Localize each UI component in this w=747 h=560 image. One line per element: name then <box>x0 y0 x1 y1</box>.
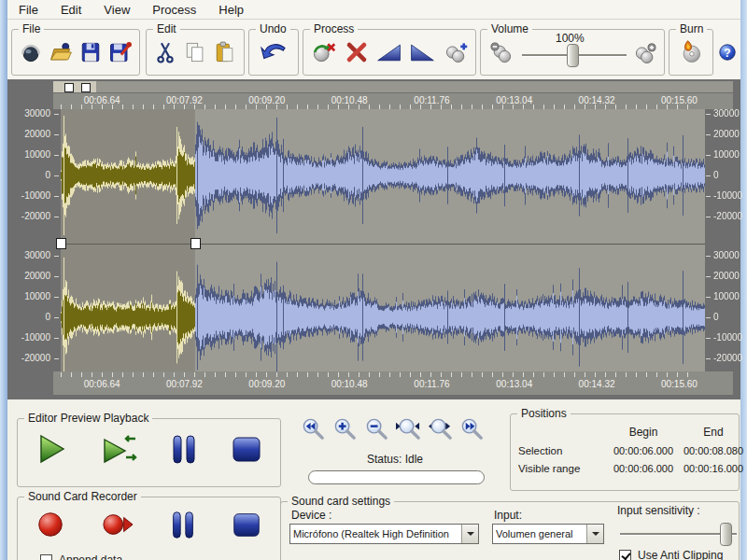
amplitude-tick-label: 20000 <box>11 129 50 140</box>
save-file-button[interactable] <box>76 35 106 70</box>
zoom-first-button[interactable] <box>299 416 328 441</box>
time-ruler-top[interactable]: 00:06.6400:07.9200:09.2000:10.4800:11.76… <box>53 93 733 109</box>
selection-handle-end[interactable] <box>190 238 201 249</box>
amplitude-tick-label: -10000 <box>11 332 50 343</box>
amplitude-tick-mark <box>706 297 711 298</box>
positions-title: Positions <box>517 407 571 420</box>
amplitude-tick-mark <box>54 155 59 156</box>
record-button[interactable] <box>35 509 66 540</box>
volume-up-button[interactable] <box>628 35 662 71</box>
append-data-checkbox[interactable] <box>40 554 52 560</box>
zoom-in-button[interactable] <box>331 416 359 441</box>
time-label: 00:11.76 <box>405 95 458 105</box>
toolbar: File <box>7 20 740 79</box>
stop-icon <box>230 432 263 466</box>
preview-play-button[interactable] <box>35 432 68 466</box>
anti-clipping-checkbox[interactable] <box>619 550 631 560</box>
overview-handle-right[interactable] <box>81 83 91 92</box>
save-icon <box>78 39 104 65</box>
zoom-full-icon <box>426 417 455 441</box>
help-button[interactable]: ? <box>713 38 741 66</box>
reprocess-cancel-icon <box>310 39 336 65</box>
zoom-out-icon <box>363 417 390 441</box>
device-select[interactable]: Micrófono (Realtek High Definition <box>289 524 479 544</box>
copy-button[interactable] <box>180 35 210 70</box>
volume-down-icon <box>488 40 514 66</box>
append-data-checkbox-row[interactable]: Append data <box>40 553 122 560</box>
fade-in-button[interactable] <box>374 35 405 70</box>
zoom-toolbar <box>299 416 486 441</box>
amplitude-tick-label: 30000 <box>11 108 50 119</box>
toolbar-group-volume: Volume 100% <box>480 29 665 76</box>
begin-header: Begin <box>604 426 683 439</box>
selection-handle-start[interactable] <box>56 238 66 249</box>
amplitude-tick-label: -20000 <box>11 211 50 222</box>
menu-process[interactable]: Process <box>141 1 207 19</box>
anti-clipping-checkbox-row[interactable]: Use Anti Clipping <box>619 549 723 560</box>
amplitude-tick-label: 0 <box>11 170 50 181</box>
amplitude-tick-label: 10000 <box>11 291 50 302</box>
waveform-panel: 00:06.6400:07.9200:09.2000:10.4800:11.76… <box>7 79 740 399</box>
time-label: 00:14.32 <box>571 95 623 105</box>
recorder-pause-button[interactable] <box>169 509 197 540</box>
fade-out-button[interactable] <box>406 35 438 70</box>
audio-headset-button[interactable] <box>16 35 46 70</box>
overview-handle-left[interactable] <box>64 83 74 92</box>
volume-down-button[interactable] <box>485 35 518 71</box>
sound-card-settings-title: Sound card settings <box>288 495 394 508</box>
record-play-button[interactable] <box>99 509 136 540</box>
record-icon <box>35 509 66 540</box>
cut-button[interactable] <box>150 35 180 70</box>
fade-in-icon <box>375 39 403 65</box>
device-label: Device : <box>291 509 331 522</box>
amplitude-tick-label: 30000 <box>11 250 50 261</box>
time-label: 00:15.60 <box>653 95 705 105</box>
amplitude-tick-label: 0 <box>713 312 747 323</box>
menu-help[interactable]: Help <box>207 1 255 19</box>
amplitude-tick-mark <box>54 217 59 217</box>
undo-button[interactable] <box>257 35 290 70</box>
amplitude-tick-mark <box>706 134 711 135</box>
zoom-full-button[interactable] <box>426 416 455 441</box>
waveform-channel-1[interactable] <box>61 109 705 239</box>
svg-text:?: ? <box>724 47 730 60</box>
amplitude-tick-label: -20000 <box>713 353 747 364</box>
amplify-button[interactable] <box>440 35 472 70</box>
time-label: 00:13.04 <box>488 95 541 105</box>
zoom-last-button[interactable] <box>458 416 486 441</box>
burn-cd-button[interactable] <box>674 35 708 70</box>
preview-pause-button[interactable] <box>170 432 198 466</box>
amplitude-tick-label: 20000 <box>713 129 747 140</box>
amplitude-tick-mark <box>706 256 711 257</box>
zoom-selection-button[interactable] <box>394 416 423 441</box>
paste-button[interactable] <box>210 35 240 70</box>
save-file-as-button[interactable] <box>106 35 135 70</box>
amplitude-tick-label: 20000 <box>11 271 50 282</box>
delete-selection-button[interactable] <box>340 35 372 70</box>
menu-edit[interactable]: Edit <box>49 1 92 19</box>
preview-stop-button[interactable] <box>230 432 263 466</box>
input-dropdown-button[interactable] <box>586 525 603 543</box>
group-label-process: Process <box>310 22 358 35</box>
group-label-undo: Undo <box>256 22 290 35</box>
input-select[interactable]: Volumen general <box>492 524 604 544</box>
time-label: 00:14.32 <box>571 379 623 389</box>
time-label: 00:10.48 <box>323 379 375 389</box>
menu-view[interactable]: View <box>92 1 141 19</box>
zoom-out-button[interactable] <box>362 416 391 441</box>
device-dropdown-button[interactable] <box>461 525 478 543</box>
waveform-channel-2[interactable] <box>61 250 705 371</box>
preview-play-selection-button[interactable] <box>100 432 137 466</box>
open-file-button[interactable] <box>46 35 76 70</box>
input-sensitivity-thumb[interactable] <box>720 523 732 546</box>
recorder-stop-button[interactable] <box>230 509 263 540</box>
time-ruler-bottom[interactable]: 00:06.6400:07.9200:09.2000:10.4800:11.76… <box>53 371 733 395</box>
amplitude-tick-label: -20000 <box>11 353 50 364</box>
volume-slider-thumb[interactable] <box>567 44 579 67</box>
app-window: File Edit View Process Help File <box>0 0 747 560</box>
reprocess-cancel-button[interactable] <box>307 35 339 70</box>
overview-bar[interactable] <box>53 81 733 92</box>
amplitude-tick-mark <box>54 134 59 135</box>
amplitude-tick-mark <box>706 338 711 339</box>
menu-file[interactable]: File <box>7 1 49 19</box>
